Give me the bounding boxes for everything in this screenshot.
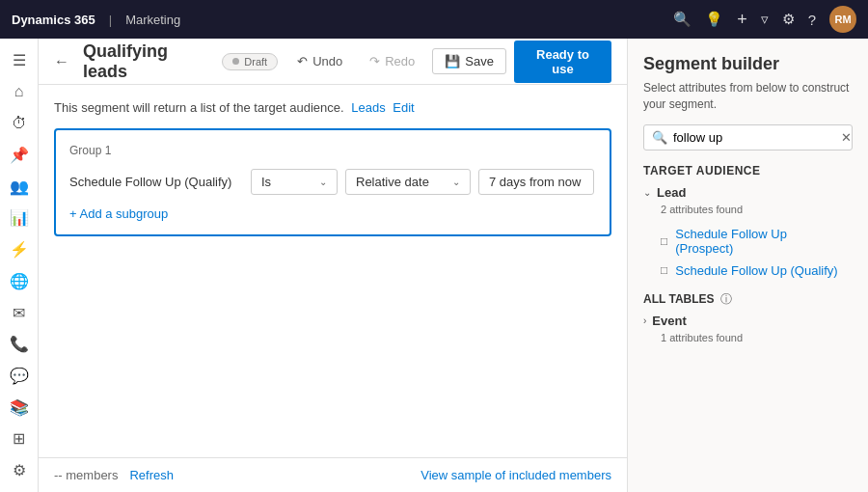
- sidebar-item-phone[interactable]: 📞: [2, 330, 37, 358]
- page-title: Qualifying leads: [83, 41, 212, 82]
- search-box: 🔍 ✕: [643, 124, 853, 150]
- attribute-item-qualify[interactable]: □ Schedule Follow Up (Qualify): [643, 260, 853, 282]
- undo-icon: ↶: [297, 54, 308, 68]
- status-badge: Draft: [222, 53, 278, 70]
- sidebar-item-pinned[interactable]: 📌: [2, 141, 37, 169]
- sidebar-item-analytics[interactable]: 📊: [2, 205, 37, 232]
- operator-value: Is: [261, 175, 314, 189]
- right-panel: Segment builder Select attributes from b…: [627, 39, 868, 492]
- leads-link[interactable]: Leads: [351, 100, 385, 115]
- lead-attribute-count: 2 attributes found: [661, 204, 853, 215]
- attribute-icon-prospect: □: [661, 234, 667, 248]
- panel-title: Segment builder: [643, 54, 853, 74]
- group-label: Group 1: [69, 144, 596, 157]
- top-navigation: Dynamics 365 | Marketing 🔍 💡 + ▿ ⚙ ? RM: [0, 0, 868, 39]
- redo-button[interactable]: ↷ Redo: [360, 49, 424, 73]
- condition-value[interactable]: 7 days from now: [478, 169, 594, 195]
- header-actions: ↶ Undo ↷ Redo 💾 Save Ready to use: [287, 41, 611, 83]
- footer: -- members Refresh View sample of includ…: [39, 457, 627, 492]
- content-area: This segment will return a list of the t…: [39, 85, 627, 457]
- help-icon[interactable]: ?: [808, 12, 816, 28]
- sidebar-item-mail[interactable]: ✉: [2, 299, 37, 327]
- ready-to-use-button[interactable]: Ready to use: [514, 41, 611, 83]
- sidebar-item-menu[interactable]: ☰: [2, 46, 37, 74]
- brand-name: Dynamics 365: [12, 13, 95, 27]
- main-area: ← Qualifying leads Draft ↶ Undo ↷ Redo 💾…: [39, 39, 627, 492]
- attribute-label-prospect: Schedule Follow Up (Prospect): [675, 227, 845, 256]
- date-type-value: Relative date: [356, 175, 448, 189]
- attribute-item-prospect[interactable]: □ Schedule Follow Up (Prospect): [643, 223, 853, 260]
- lead-section: ⌄ Lead 2 attributes found □ Schedule Fol…: [643, 185, 853, 282]
- all-tables-label: All tables: [643, 292, 715, 306]
- segment-info: This segment will return a list of the t…: [54, 100, 611, 115]
- user-avatar[interactable]: RM: [829, 6, 856, 33]
- back-button[interactable]: ←: [54, 53, 69, 70]
- event-attribute-count: 1 attributes found: [661, 332, 853, 343]
- filter-icon[interactable]: ▿: [761, 11, 769, 28]
- group-box: Group 1 Schedule Follow Up (Qualify) Is …: [54, 128, 611, 236]
- search-box-icon: 🔍: [652, 130, 667, 145]
- sidebar-item-apps[interactable]: ⊞: [2, 425, 37, 453]
- operator-select[interactable]: Is ⌄: [251, 169, 338, 195]
- condition-field-name: Schedule Follow Up (Qualify): [69, 175, 243, 189]
- lead-section-title: Lead: [657, 185, 686, 200]
- attribute-label-qualify: Schedule Follow Up (Qualify): [675, 263, 837, 278]
- view-sample-link[interactable]: View sample of included members: [420, 468, 611, 482]
- search-icon[interactable]: 🔍: [673, 11, 692, 28]
- sidebar-item-settings[interactable]: ⚙: [2, 456, 37, 484]
- lead-chevron-icon: ⌄: [643, 187, 651, 198]
- sidebar-item-library[interactable]: 📚: [2, 394, 37, 422]
- operator-chevron: ⌄: [319, 177, 327, 187]
- save-icon: 💾: [445, 54, 460, 68]
- event-section-header[interactable]: › Event: [643, 314, 853, 328]
- event-chevron-icon: ›: [643, 315, 646, 326]
- date-type-chevron: ⌄: [452, 177, 460, 187]
- status-text: Draft: [244, 56, 267, 68]
- search-clear-icon[interactable]: ✕: [841, 130, 852, 145]
- header-bar: ← Qualifying leads Draft ↶ Undo ↷ Redo 💾…: [39, 39, 627, 85]
- target-audience-label: Target audience: [643, 164, 853, 178]
- module-name: Marketing: [125, 13, 180, 27]
- lead-section-header[interactable]: ⌄ Lead: [643, 185, 853, 200]
- sidebar-item-recent[interactable]: ⏱: [2, 109, 37, 137]
- date-type-select[interactable]: Relative date ⌄: [345, 169, 471, 195]
- status-dot: [232, 58, 239, 65]
- sidebar-item-chat[interactable]: 💬: [2, 362, 37, 390]
- edit-link[interactable]: Edit: [393, 100, 414, 115]
- redo-icon: ↷: [369, 54, 380, 68]
- attribute-icon-qualify: □: [661, 263, 667, 277]
- sidebar-item-home[interactable]: ⌂: [2, 78, 37, 106]
- event-section: › Event 1 attributes found: [643, 314, 853, 343]
- panel-description: Select attributes from below to construc…: [643, 80, 853, 113]
- all-tables-row: All tables ⓘ: [643, 291, 853, 308]
- nav-separator: |: [109, 13, 112, 27]
- all-tables-info-icon[interactable]: ⓘ: [720, 291, 732, 308]
- members-count: -- members: [54, 468, 118, 482]
- sidebar-item-segments[interactable]: ⚡: [2, 235, 37, 263]
- refresh-link[interactable]: Refresh: [129, 468, 174, 482]
- condition-row: Schedule Follow Up (Qualify) Is ⌄ Relati…: [69, 169, 596, 195]
- sidebar-item-people[interactable]: 👥: [2, 173, 37, 201]
- left-sidebar: ☰ ⌂ ⏱ 📌 👥 📊 ⚡ 🌐 ✉ 📞 💬 📚 ⊞ ⚙: [0, 39, 39, 492]
- add-subgroup-button[interactable]: + Add a subgroup: [69, 206, 596, 221]
- settings-icon[interactable]: ⚙: [782, 11, 795, 28]
- search-input[interactable]: [673, 130, 835, 145]
- event-section-title: Event: [652, 314, 686, 328]
- top-nav-icons: 🔍 💡 + ▿ ⚙ ? RM: [673, 6, 856, 33]
- main-layout: ☰ ⌂ ⏱ 📌 👥 📊 ⚡ 🌐 ✉ 📞 💬 📚 ⊞ ⚙ ← Qualifying…: [0, 39, 868, 492]
- lightbulb-icon[interactable]: 💡: [705, 11, 723, 28]
- undo-button[interactable]: ↶ Undo: [287, 49, 352, 73]
- sidebar-item-globe[interactable]: 🌐: [2, 267, 37, 295]
- add-icon[interactable]: +: [737, 10, 747, 30]
- save-button[interactable]: 💾 Save: [432, 48, 506, 74]
